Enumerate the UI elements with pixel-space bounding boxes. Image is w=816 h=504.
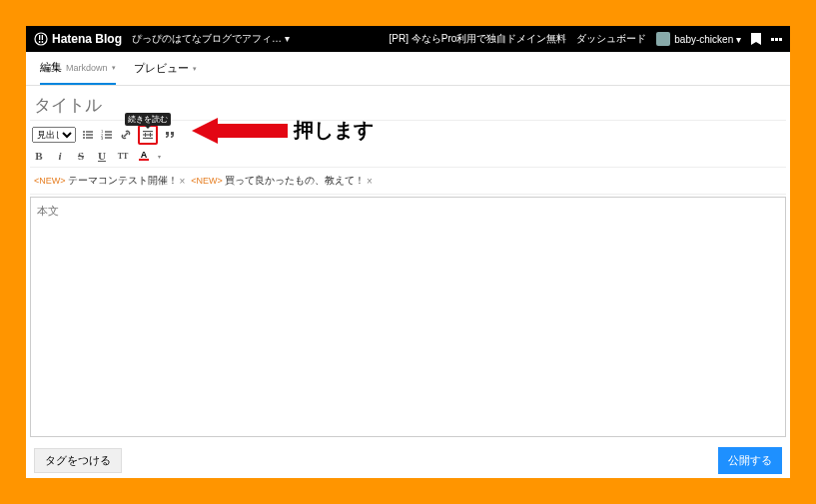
- read-more-button-highlight: 続きを読む: [138, 125, 158, 145]
- chevron-down-icon: ▾: [193, 65, 197, 73]
- svg-point-3: [39, 41, 41, 43]
- heading-select[interactable]: 見出し: [32, 127, 76, 143]
- svg-rect-6: [86, 131, 93, 132]
- hatena-icon: [34, 32, 48, 46]
- new-badge: <NEW>: [191, 176, 223, 186]
- bold-icon[interactable]: B: [32, 149, 46, 163]
- close-icon[interactable]: ×: [367, 176, 373, 187]
- topic-text: テーマコンテスト開催！: [68, 174, 178, 188]
- topbar: Hatena Blog ぴっぴのはてなブログでアフィ… ▾ [PR] 今ならPr…: [26, 26, 790, 52]
- apps-icon[interactable]: [771, 38, 782, 41]
- app-window: Hatena Blog ぴっぴのはてなブログでアフィ… ▾ [PR] 今ならPr…: [26, 26, 790, 478]
- svg-point-9: [83, 137, 85, 139]
- svg-rect-2: [42, 35, 43, 40]
- svg-rect-16: [105, 137, 112, 138]
- svg-rect-18: [143, 134, 153, 135]
- ordered-list-icon[interactable]: 123: [100, 128, 114, 142]
- tooltip: 続きを読む: [125, 113, 171, 126]
- tab-preview-label: プレビュー: [134, 61, 189, 76]
- footer: タグをつける 公開する: [30, 443, 786, 478]
- svg-rect-21: [150, 133, 151, 137]
- tab-edit-mode: Markdown: [66, 63, 108, 73]
- topic-text: 買って良かったもの、教えて！: [225, 174, 365, 188]
- tab-edit[interactable]: 編集 Markdown ▾: [40, 52, 116, 85]
- avatar: [656, 32, 670, 46]
- user-menu[interactable]: baby-chicken ▾: [656, 32, 741, 46]
- unordered-list-icon[interactable]: [81, 128, 95, 142]
- tab-edit-label: 編集: [40, 60, 62, 75]
- new-badge: <NEW>: [34, 176, 66, 186]
- topic-item[interactable]: <NEW> テーマコンテスト開催！ ×: [34, 174, 185, 188]
- svg-point-4: [42, 41, 44, 43]
- chevron-down-icon[interactable]: ▾: [158, 153, 161, 160]
- blog-name-dropdown[interactable]: ぴっぴのはてなブログでアフィ… ▾: [132, 32, 290, 46]
- logo-text: Hatena Blog: [52, 32, 122, 46]
- svg-rect-19: [143, 138, 153, 139]
- svg-point-7: [83, 134, 85, 136]
- text-color-icon[interactable]: A: [137, 149, 151, 163]
- svg-rect-14: [105, 134, 112, 135]
- svg-rect-17: [143, 131, 153, 132]
- pr-link[interactable]: [PR] 今ならPro利用で独自ドメイン無料: [390, 32, 567, 46]
- svg-point-5: [83, 131, 85, 133]
- dashboard-link[interactable]: ダッシュボード: [576, 32, 646, 46]
- svg-rect-8: [86, 134, 93, 135]
- font-size-icon[interactable]: TT: [116, 149, 130, 163]
- svg-rect-12: [105, 131, 112, 132]
- svg-rect-20: [145, 133, 146, 137]
- close-icon[interactable]: ×: [180, 176, 186, 187]
- underline-icon[interactable]: U: [95, 149, 109, 163]
- username: baby-chicken ▾: [674, 34, 741, 45]
- topic-item[interactable]: <NEW> 買って良かったもの、教えて！ ×: [191, 174, 372, 188]
- toolbar-row-1: 見出し 123 続きを読む: [30, 121, 786, 149]
- strikethrough-icon[interactable]: S: [74, 149, 88, 163]
- chevron-down-icon: ▾: [112, 64, 116, 72]
- body-textarea[interactable]: [30, 197, 786, 437]
- bookmark-icon[interactable]: [751, 33, 761, 45]
- svg-rect-1: [39, 35, 40, 40]
- quote-icon[interactable]: [163, 128, 177, 142]
- logo[interactable]: Hatena Blog: [34, 32, 122, 46]
- annotation-text: 押します: [294, 117, 374, 144]
- editor-tabs: 編集 Markdown ▾ プレビュー ▾: [26, 52, 790, 86]
- topic-suggestions: <NEW> テーマコンテスト開催！ × <NEW> 買って良かったもの、教えて！…: [30, 168, 786, 195]
- add-tag-button[interactable]: タグをつける: [34, 448, 122, 473]
- read-more-icon[interactable]: [141, 128, 155, 142]
- svg-text:3: 3: [101, 136, 104, 141]
- annotation-arrow: 押します: [192, 117, 374, 144]
- italic-icon[interactable]: i: [53, 149, 67, 163]
- svg-rect-10: [86, 137, 93, 138]
- publish-button[interactable]: 公開する: [718, 447, 782, 474]
- svg-point-0: [35, 33, 47, 45]
- toolbar-row-2: B i S U TT A ▾: [30, 149, 786, 168]
- link-icon[interactable]: [119, 128, 133, 142]
- tab-preview[interactable]: プレビュー ▾: [134, 53, 197, 84]
